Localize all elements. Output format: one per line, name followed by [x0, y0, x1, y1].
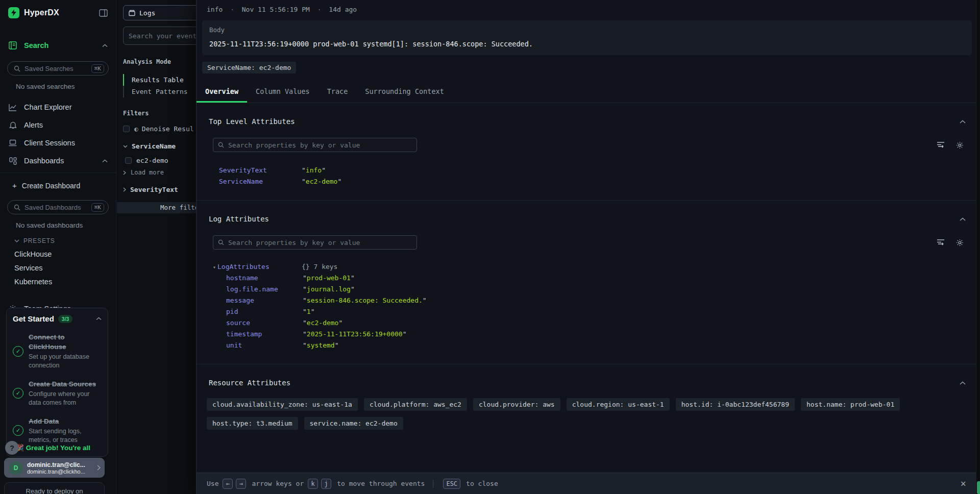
saved-searches-input[interactable]: Saved Searches ⌘K — [7, 61, 109, 76]
resource-chip[interactable]: cloud.platform: aws_ec2 — [364, 398, 467, 411]
properties-search-input[interactable]: Search properties by key or value — [213, 235, 417, 250]
denoise-filter-row[interactable]: ◐ Denoise Resul — [123, 125, 197, 133]
resource-chip[interactable]: host.type: t3.medium — [207, 417, 298, 430]
log-attributes-root[interactable]: ▾LogAttributes {} 7 keys — [213, 263, 972, 270]
chevron-up-icon[interactable] — [102, 44, 108, 47]
resource-chip[interactable]: cloud.region: us-east-1 — [567, 398, 670, 411]
filter-group-servicename[interactable]: ServiceName — [123, 142, 197, 150]
sidebar-item-alerts[interactable]: Alerts — [0, 119, 116, 131]
attribute-key[interactable]: unit — [226, 341, 303, 349]
tab-column-values[interactable]: Column Values — [247, 82, 318, 103]
settings-gear-icon[interactable] — [956, 141, 964, 149]
attribute-value[interactable]: "prod-web-01" — [303, 274, 972, 282]
attribute-value[interactable]: "ec2-demo" — [303, 319, 972, 327]
user-account-card[interactable]: D dominic.tran@clic... dominic.tran@clic… — [4, 458, 105, 478]
attribute-row[interactable]: message "session-846.scope: Succeeded." — [226, 294, 972, 306]
mode-event-patterns[interactable]: Event Patterns — [123, 86, 197, 97]
event-search-input[interactable]: Search your event — [123, 27, 197, 45]
more-filters-button[interactable]: More filte — [117, 202, 197, 213]
attribute-key[interactable]: log.file.name — [226, 285, 303, 293]
attribute-key[interactable]: LogAttributes — [217, 263, 270, 270]
attribute-row[interactable]: ServiceName "ec2-demo" — [219, 176, 972, 187]
attribute-row[interactable]: hostname "prod-web-01" — [226, 272, 972, 283]
help-button[interactable]: ? — [5, 441, 19, 455]
filter-group-severitytext[interactable]: SeverityText — [123, 186, 197, 193]
attribute-row[interactable]: unit "systemd" — [226, 339, 972, 351]
chevron-down-icon — [123, 145, 128, 148]
attribute-key[interactable]: pid — [226, 308, 303, 315]
presets-toggle[interactable]: PRESETS — [0, 237, 116, 244]
close-drawer-icon[interactable]: × — [961, 479, 970, 488]
attribute-row[interactable]: log.file.name "journal.log" — [226, 283, 972, 294]
mode-results-table[interactable]: Results Table — [123, 74, 197, 86]
preset-item[interactable]: Services — [0, 264, 116, 272]
collapse-section-icon[interactable] — [960, 120, 972, 124]
attribute-value[interactable]: "journal.log" — [303, 285, 972, 293]
attribute-key[interactable]: timestamp — [226, 330, 303, 338]
attribute-key[interactable]: ServiceName — [219, 178, 302, 185]
load-more-button[interactable]: Load more — [123, 169, 197, 176]
properties-search-input[interactable]: Search properties by key or value — [213, 138, 417, 152]
denoise-checkbox[interactable] — [123, 126, 130, 132]
get-started-item-desc: Set up your database connection — [29, 353, 102, 370]
get-started-item[interactable]: ✓ Create Data Sources Configure where yo… — [13, 379, 102, 407]
source-selector-button[interactable]: Logs — [123, 5, 197, 20]
attribute-value[interactable]: "2025-11-11T23:56:19+0000" — [303, 330, 972, 338]
create-dashboard-button[interactable]: + Create Dashboard — [0, 181, 116, 190]
preset-item[interactable]: ClickHouse — [0, 250, 116, 258]
footer-text: to close — [466, 480, 498, 487]
tree-caret-icon[interactable]: ▾ — [213, 264, 216, 270]
chevron-up-icon[interactable] — [96, 317, 102, 320]
sidebar-item-chart-explorer[interactable]: Chart Explorer — [0, 102, 116, 113]
get-started-item[interactable]: ✓ Add Data Start sending logs, metrics, … — [13, 416, 102, 444]
plus-icon: + — [12, 181, 17, 190]
attribute-value[interactable]: "ec2-demo" — [302, 178, 972, 185]
tab-trace[interactable]: Trace — [318, 82, 357, 103]
filter-value-ec2-demo[interactable]: ec2-demo — [123, 157, 197, 164]
resource-chip[interactable]: host.id: i-0abc123def456789 — [676, 398, 795, 411]
saved-dashboards-placeholder: Saved Dashboards — [24, 204, 91, 211]
attribute-row[interactable]: SeverityText "info" — [219, 164, 972, 176]
attribute-value[interactable]: "systemd" — [303, 341, 972, 349]
analysis-mode-label: Analysis Mode — [123, 58, 197, 65]
detail-tabs: Overview Column Values Trace Surrounding… — [197, 82, 980, 103]
footer-text: Use — [207, 480, 218, 487]
collapse-section-icon[interactable] — [960, 381, 972, 385]
get-started-item[interactable]: ✓ Connect to ClickHouse Set up your data… — [13, 332, 102, 370]
wrap-lines-icon[interactable] — [937, 141, 945, 149]
resource-chip[interactable]: cloud.availability_zone: us-east-1a — [207, 398, 358, 411]
filters-label: Filters — [123, 110, 197, 117]
attribute-row[interactable]: source "ec2-demo" — [226, 317, 972, 328]
sidebar-item-dashboards[interactable]: Dashboards — [0, 155, 116, 166]
attribute-row[interactable]: pid "1" — [226, 306, 972, 317]
preset-item[interactable]: Kubernetes — [0, 278, 116, 286]
resource-chip[interactable]: host.name: prod-web-01 — [801, 398, 900, 411]
settings-gear-icon[interactable] — [956, 239, 964, 246]
sidebar-item-client-sessions[interactable]: Client Sessions — [0, 137, 116, 149]
sidebar-collapse-icon[interactable] — [99, 9, 108, 17]
attribute-value[interactable]: "info" — [302, 166, 972, 174]
sidebar-item-search[interactable]: Search — [0, 40, 116, 51]
event-header: info · Nov 11 5:56:19 PM · 14d ago — [207, 6, 980, 13]
check-circle-icon: ✓ — [13, 388, 23, 399]
section-resource-attributes: Resource Attributes cloud.availability_z… — [197, 364, 980, 443]
attribute-row[interactable]: timestamp "2025-11-11T23:56:19+0000" — [226, 328, 972, 339]
attribute-key[interactable]: SeverityText — [219, 166, 302, 174]
resource-chip[interactable]: service.name: ec2-demo — [304, 417, 403, 430]
wrap-lines-icon[interactable] — [937, 239, 945, 246]
attribute-value[interactable]: "session-846.scope: Succeeded." — [303, 297, 972, 304]
collapse-section-icon[interactable] — [960, 217, 972, 221]
attribute-value[interactable]: "1" — [303, 308, 972, 315]
chevron-up-icon[interactable] — [102, 159, 108, 163]
ec2-demo-checkbox[interactable] — [125, 157, 132, 164]
attribute-key[interactable]: source — [226, 319, 303, 327]
attribute-key[interactable]: message — [226, 297, 303, 304]
tab-overview[interactable]: Overview — [197, 82, 247, 103]
service-name-chip[interactable]: ServiceName: ec2-demo — [202, 62, 296, 73]
attribute-key[interactable]: hostname — [226, 274, 303, 282]
saved-dashboards-input[interactable]: Saved Dashboards ⌘K — [7, 200, 109, 214]
scrollbar-gutter[interactable] — [976, 0, 980, 494]
resource-chip[interactable]: cloud.provider: aws — [473, 398, 560, 411]
deploy-teaser-card[interactable]: Ready to deploy on — [4, 482, 105, 494]
tab-surrounding-context[interactable]: Surrounding Context — [356, 82, 452, 103]
